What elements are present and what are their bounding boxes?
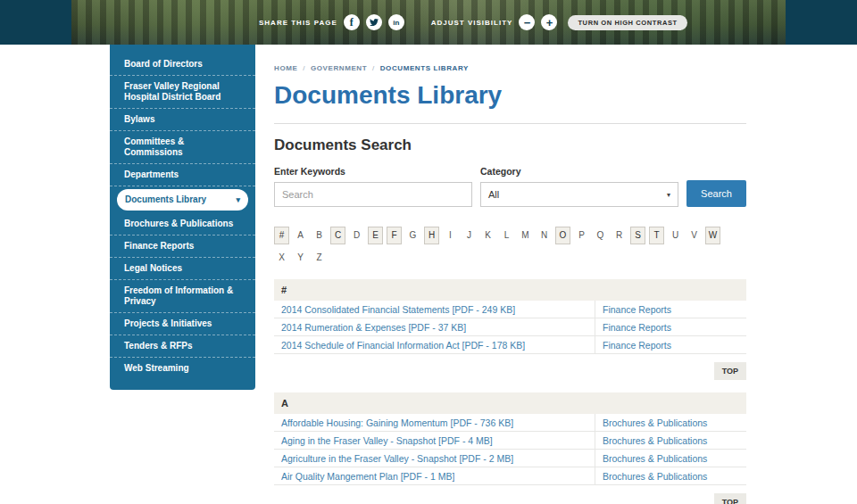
adjust-visibility-label: ADJUST VISIBILITY: [431, 19, 513, 27]
letter-filter-m: M: [518, 227, 533, 244]
document-link[interactable]: Affordable Housing: Gaining Momentum [PD…: [281, 417, 513, 428]
twitter-icon[interactable]: [366, 14, 382, 30]
sidebar-item-freedom-of-information[interactable]: Freedom of Information & Privacy: [110, 280, 255, 313]
section-header-a: A: [274, 392, 746, 414]
category-link[interactable]: Finance Reports: [603, 340, 671, 351]
sidebar-item-legal-notices[interactable]: Legal Notices: [110, 258, 255, 280]
table-row: 2014 Rumeration & Expenses [PDF - 37 KB]…: [274, 318, 746, 336]
letter-filter-p: P: [574, 227, 589, 244]
twitter-bird-glyph: [370, 18, 379, 27]
back-to-top-button[interactable]: TOP: [714, 362, 746, 380]
letter-filter-k: K: [480, 227, 495, 244]
page-title: Documents Library: [274, 81, 746, 110]
keywords-field-group: Enter Keywords: [274, 166, 472, 207]
top-link-row: TOP: [274, 361, 746, 380]
category-link[interactable]: Finance Reports: [603, 304, 671, 315]
linkedin-icon[interactable]: in: [388, 14, 404, 30]
document-link[interactable]: Aging in the Fraser Valley - Snapshot [P…: [281, 435, 493, 446]
top-header: SHARE THIS PAGE f in ADJUST VISIBILITY −…: [0, 0, 857, 45]
breadcrumb: HOME / GOVERNMENT / DOCUMENTS LIBRARY: [274, 64, 746, 72]
table-row: Agriculture in the Fraser Valley - Snaps…: [274, 450, 746, 467]
document-link[interactable]: Agriculture in the Fraser Valley - Snaps…: [281, 453, 513, 464]
letter-filter-h[interactable]: H: [424, 227, 439, 244]
main-content: HOME / GOVERNMENT / DOCUMENTS LIBRARY Do…: [274, 64, 746, 504]
letter-filter-g: G: [405, 227, 420, 244]
table-row: Aging in the Fraser Valley - Snapshot [P…: [274, 432, 746, 450]
letter-filter-s[interactable]: S: [630, 227, 645, 244]
high-contrast-toggle-button[interactable]: TURN ON HIGH CONTRAST: [568, 15, 686, 30]
document-link[interactable]: Air Quality Mangement Plan [PDF - 1 MB]: [281, 471, 454, 482]
letter-filter-o[interactable]: O: [555, 227, 570, 244]
letter-filter-r: R: [612, 227, 627, 244]
document-link[interactable]: 2014 Schedule of Financial Information A…: [281, 340, 525, 351]
header-controls: SHARE THIS PAGE f in ADJUST VISIBILITY −…: [259, 0, 687, 45]
document-link[interactable]: 2014 Consolidated Financial Statements […: [281, 304, 515, 315]
document-link[interactable]: 2014 Rumeration & Expenses [PDF - 37 KB]: [281, 322, 466, 333]
letter-filter-a: A: [293, 227, 308, 244]
letter-filter-v: V: [686, 227, 702, 244]
chevron-down-icon: ▾: [667, 191, 670, 199]
sidebar-item-brochures-publications[interactable]: Brochures & Publications: [110, 213, 255, 235]
breadcrumb-current: DOCUMENTS LIBRARY: [380, 64, 469, 72]
sidebar-item-fvrh-district-board[interactable]: Fraser Valley Regional Hospital District…: [110, 76, 255, 109]
top-link-row: TOP: [274, 492, 746, 504]
letter-filter-i: I: [443, 227, 458, 244]
alphabet-filter: # A B C D E F G H I J K L M N O P Q R S: [274, 227, 746, 267]
category-label: Category: [480, 166, 678, 177]
letter-filter-c[interactable]: C: [330, 227, 345, 244]
sidebar-item-web-streaming[interactable]: Web Streaming: [110, 358, 255, 379]
category-link[interactable]: Brochures & Publications: [603, 453, 707, 464]
letter-filter-l: L: [499, 227, 514, 244]
category-select[interactable]: All ▾: [480, 182, 678, 207]
sidebar-item-projects-initiatives[interactable]: Projects & Initiatives: [110, 313, 255, 335]
chevron-down-icon: ▾: [236, 194, 240, 205]
letter-filter-x: X: [274, 249, 289, 267]
letter-filter-j: J: [462, 227, 477, 244]
breadcrumb-government[interactable]: GOVERNMENT: [311, 64, 367, 72]
letter-filter-w[interactable]: W: [705, 227, 720, 244]
sidebar-item-tenders-rfps[interactable]: Tenders & RFPs: [110, 335, 255, 358]
sidebar-item-committees-commissions[interactable]: Committees & Commissions: [110, 131, 255, 164]
search-input[interactable]: [274, 182, 472, 207]
category-link[interactable]: Brochures & Publications: [603, 435, 707, 446]
breadcrumb-home[interactable]: HOME: [274, 64, 297, 72]
decrease-text-size-button[interactable]: −: [519, 14, 535, 30]
sidebar-item-finance-reports[interactable]: Finance Reports: [110, 235, 255, 258]
category-link[interactable]: Brochures & Publications: [603, 417, 707, 428]
sidebar-item-documents-library[interactable]: Documents Library ▾: [117, 189, 248, 211]
table-row: Affordable Housing: Gaining Momentum [PD…: [274, 414, 746, 432]
alphabet-row-1: # A B C D E F G H I J K L M N O P Q R S: [274, 227, 746, 244]
sidebar-item-board-of-directors[interactable]: Board of Directors: [110, 54, 255, 76]
category-link[interactable]: Finance Reports: [603, 322, 671, 333]
documents-search-heading: Documents Search: [274, 136, 746, 154]
category-link[interactable]: Brochures & Publications: [603, 471, 707, 482]
section-header-hash: #: [274, 279, 746, 301]
table-row: Air Quality Mangement Plan [PDF - 1 MB] …: [274, 467, 746, 485]
section-hash-rows: 2014 Consolidated Financial Statements […: [274, 301, 746, 354]
sidebar-item-departments[interactable]: Departments: [110, 164, 255, 186]
sidebar-item-label: Documents Library: [125, 194, 206, 205]
letter-filter-hash[interactable]: #: [274, 227, 289, 244]
alphabet-row-2: X Y Z: [274, 249, 746, 267]
share-this-page-label: SHARE THIS PAGE: [259, 19, 337, 27]
category-selected-value: All: [488, 189, 499, 200]
letter-filter-n: N: [537, 227, 552, 244]
letter-filter-t[interactable]: T: [649, 227, 664, 244]
category-field-group: Category All ▾: [480, 166, 678, 207]
sidebar-item-bylaws[interactable]: Bylaws: [110, 109, 255, 131]
search-button[interactable]: Search: [686, 180, 746, 207]
page: SHARE THIS PAGE f in ADJUST VISIBILITY −…: [0, 0, 857, 504]
letter-filter-d: D: [349, 227, 364, 244]
breadcrumb-separator: /: [303, 64, 305, 72]
table-row: 2014 Consolidated Financial Statements […: [274, 301, 746, 318]
keywords-label: Enter Keywords: [274, 166, 472, 177]
divider: [274, 123, 746, 124]
letter-filter-e[interactable]: E: [368, 227, 383, 244]
increase-text-size-button[interactable]: +: [541, 14, 557, 30]
section-a-rows: Affordable Housing: Gaining Momentum [PD…: [274, 414, 746, 485]
letter-filter-z: Z: [312, 249, 327, 267]
letter-filter-u: U: [668, 227, 683, 244]
letter-filter-f[interactable]: F: [387, 227, 402, 244]
back-to-top-button[interactable]: TOP: [714, 493, 746, 504]
facebook-icon[interactable]: f: [344, 14, 360, 30]
